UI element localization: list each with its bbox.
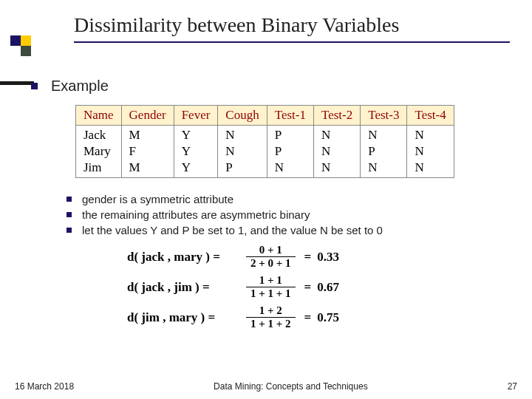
equation-fraction: 0 + 12 + 0 + 1: [246, 244, 296, 270]
equation-fraction: 1 + 11 + 1 + 1: [246, 274, 296, 300]
logo-square-yellow: [21, 35, 31, 46]
sub-bullet: the remaining attributes are asymmetric …: [66, 208, 510, 221]
equals-sign: =: [304, 310, 312, 325]
table-header-row: Name Gender Fever Cough Test-1 Test-2 Te…: [76, 106, 454, 126]
equation-result: 0.67: [317, 280, 339, 295]
equation-result: 0.75: [317, 310, 339, 325]
sub-bullet-text: the remaining attributes are asymmetric …: [82, 208, 310, 221]
main-bullet: Example: [31, 78, 510, 95]
footer-page-number: 27: [508, 381, 517, 392]
table-cell: NNP: [218, 126, 267, 178]
equation-fraction: 1 + 21 + 1 + 2: [246, 304, 296, 330]
table-header: Test-4: [407, 106, 454, 126]
bullet-icon: [66, 228, 72, 233]
slide-logo: [0, 35, 44, 56]
logo-square-grey: [21, 46, 31, 56]
equals-sign: =: [304, 280, 312, 295]
equation-lhs: d( jack , mary ) =: [127, 250, 242, 265]
sub-bullet-text: gender is a symmetric attribute: [82, 193, 233, 205]
table-cell: NNN: [407, 126, 454, 178]
table-header: Test-1: [267, 106, 313, 126]
equation-row: d( jim , mary ) =1 + 21 + 1 + 2=0.75: [127, 304, 510, 330]
distance-equations: d( jack , mary ) =0 + 12 + 0 + 1=0.33d( …: [127, 244, 510, 330]
table-header: Gender: [121, 106, 174, 126]
equation-row: d( jack , mary ) =0 + 12 + 0 + 1=0.33: [127, 244, 510, 270]
title-underline: [74, 41, 510, 43]
equals-sign: =: [304, 250, 312, 265]
equation-numerator: 1 + 1: [255, 274, 287, 287]
table-header: Cough: [218, 106, 267, 126]
table-cell: NNN: [313, 126, 360, 178]
sub-bullet-text: let the values Y and P be set to 1, and …: [82, 224, 383, 236]
equation-result: 0.33: [317, 250, 339, 265]
equation-numerator: 1 + 2: [255, 304, 287, 317]
bullet-icon: [66, 212, 72, 217]
table-cell: PPN: [267, 126, 313, 178]
equation-lhs: d( jim , mary ) =: [127, 310, 242, 325]
equation-denominator: 2 + 0 + 1: [246, 256, 296, 270]
logo-square-navy: [10, 35, 21, 46]
bullet-icon: [66, 197, 72, 202]
bullet-icon: [31, 83, 38, 89]
sub-bullet: let the values Y and P be set to 1, and …: [66, 224, 510, 236]
logo-bar: [0, 81, 34, 85]
equation-lhs: d( jack , jim ) =: [127, 280, 242, 295]
equation-numerator: 0 + 1: [255, 244, 287, 256]
table-header: Test-3: [361, 106, 407, 126]
equation-denominator: 1 + 1 + 2: [246, 317, 296, 330]
example-table: Name Gender Fever Cough Test-1 Test-2 Te…: [75, 105, 454, 178]
equation-row: d( jack , jim ) =1 + 11 + 1 + 1=0.67: [127, 274, 510, 300]
footer-title: Data Mining: Concepts and Techniques: [74, 381, 508, 392]
table-cell: JackMaryJim: [76, 126, 122, 178]
sub-bullet: gender is a symmetric attribute: [66, 193, 510, 205]
table-cell: MFM: [121, 126, 174, 178]
table-header: Fever: [174, 106, 218, 126]
table-cell: NPN: [361, 126, 407, 178]
footer-date: 16 March 2018: [15, 381, 74, 392]
slide-title: Dissimilarity between Binary Variables: [74, 13, 510, 37]
table-row: JackMaryJimMFMYYYNNPPPNNNNNPNNNN: [76, 126, 454, 178]
equation-denominator: 1 + 1 + 1: [246, 287, 296, 300]
main-bullet-text: Example: [51, 78, 109, 95]
table-header: Test-2: [313, 106, 360, 126]
table-header: Name: [76, 106, 122, 126]
table-cell: YYY: [174, 126, 218, 178]
